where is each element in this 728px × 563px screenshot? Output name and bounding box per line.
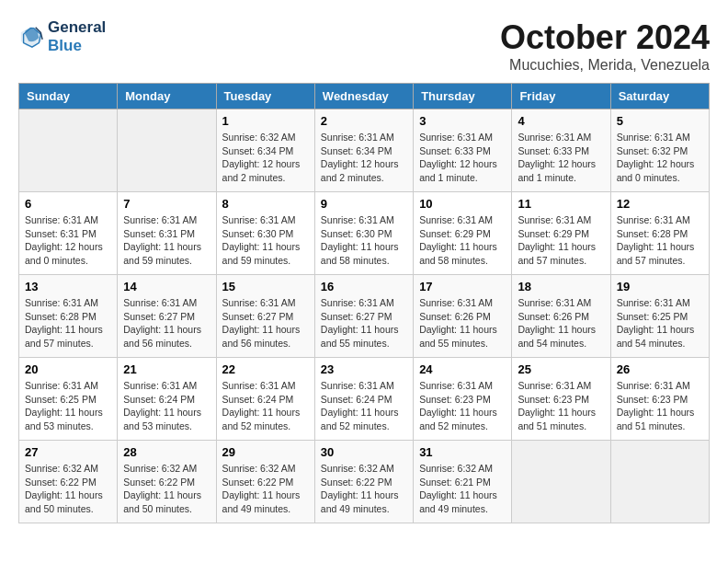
calendar-cell: 1Sunrise: 6:32 AM Sunset: 6:34 PM Daylig…	[216, 109, 314, 192]
day-info: Sunrise: 6:31 AM Sunset: 6:24 PM Dayligh…	[321, 379, 407, 433]
calendar-cell: 13Sunrise: 6:31 AM Sunset: 6:28 PM Dayli…	[19, 275, 118, 358]
day-number: 15	[222, 280, 309, 293]
weekday-header-sunday: Sunday	[19, 84, 118, 109]
weekday-header-tuesday: Tuesday	[216, 84, 314, 109]
calendar-cell: 6Sunrise: 6:31 AM Sunset: 6:31 PM Daylig…	[19, 192, 118, 275]
day-number: 13	[25, 280, 111, 293]
day-number: 9	[321, 197, 407, 211]
month-title: October 2024	[500, 18, 710, 57]
calendar-cell: 27Sunrise: 6:32 AM Sunset: 6:22 PM Dayli…	[19, 441, 118, 523]
calendar-cell: 18Sunrise: 6:31 AM Sunset: 6:26 PM Dayli…	[512, 275, 610, 358]
calendar-cell: 21Sunrise: 6:31 AM Sunset: 6:24 PM Dayli…	[118, 358, 216, 441]
day-number: 4	[518, 114, 604, 128]
day-number: 12	[617, 197, 703, 211]
calendar-cell: 2Sunrise: 6:31 AM Sunset: 6:34 PM Daylig…	[314, 109, 413, 192]
calendar-cell: 25Sunrise: 6:31 AM Sunset: 6:23 PM Dayli…	[512, 358, 610, 441]
weekday-header-row: SundayMondayTuesdayWednesdayThursdayFrid…	[19, 84, 710, 109]
day-number: 2	[321, 114, 407, 128]
day-info: Sunrise: 6:31 AM Sunset: 6:29 PM Dayligh…	[518, 213, 604, 268]
calendar-cell	[19, 109, 118, 192]
calendar-cell: 15Sunrise: 6:31 AM Sunset: 6:27 PM Dayli…	[216, 275, 314, 358]
day-info: Sunrise: 6:31 AM Sunset: 6:28 PM Dayligh…	[617, 213, 703, 268]
calendar-cell: 3Sunrise: 6:31 AM Sunset: 6:33 PM Daylig…	[414, 109, 512, 192]
calendar-cell: 10Sunrise: 6:31 AM Sunset: 6:29 PM Dayli…	[414, 192, 512, 275]
logo: General Blue	[18, 18, 106, 56]
header: General Blue October 2024 Mucuchies, Mer…	[18, 18, 710, 74]
calendar-cell: 28Sunrise: 6:32 AM Sunset: 6:22 PM Dayli…	[118, 441, 216, 523]
day-info: Sunrise: 6:31 AM Sunset: 6:30 PM Dayligh…	[222, 213, 309, 268]
day-info: Sunrise: 6:32 AM Sunset: 6:21 PM Dayligh…	[419, 462, 506, 516]
weekday-header-wednesday: Wednesday	[314, 84, 413, 109]
day-info: Sunrise: 6:31 AM Sunset: 6:24 PM Dayligh…	[123, 379, 210, 433]
title-area: October 2024 Mucuchies, Merida, Venezuel…	[500, 18, 710, 74]
day-info: Sunrise: 6:32 AM Sunset: 6:34 PM Dayligh…	[222, 131, 309, 185]
day-info: Sunrise: 6:31 AM Sunset: 6:27 PM Dayligh…	[123, 296, 210, 350]
day-info: Sunrise: 6:32 AM Sunset: 6:22 PM Dayligh…	[25, 462, 111, 516]
day-number: 28	[123, 445, 210, 459]
calendar-cell: 20Sunrise: 6:31 AM Sunset: 6:25 PM Dayli…	[19, 358, 118, 441]
calendar-cell: 4Sunrise: 6:31 AM Sunset: 6:33 PM Daylig…	[512, 109, 610, 192]
day-info: Sunrise: 6:31 AM Sunset: 6:25 PM Dayligh…	[25, 379, 111, 433]
day-info: Sunrise: 6:31 AM Sunset: 6:31 PM Dayligh…	[25, 213, 111, 268]
day-number: 10	[419, 197, 506, 211]
calendar-cell: 11Sunrise: 6:31 AM Sunset: 6:29 PM Dayli…	[512, 192, 610, 275]
calendar-cell: 26Sunrise: 6:31 AM Sunset: 6:23 PM Dayli…	[610, 358, 709, 441]
calendar-cell: 31Sunrise: 6:32 AM Sunset: 6:21 PM Dayli…	[414, 441, 512, 523]
day-number: 8	[222, 197, 309, 211]
day-number: 22	[222, 362, 309, 376]
day-info: Sunrise: 6:31 AM Sunset: 6:30 PM Dayligh…	[321, 213, 407, 268]
day-number: 11	[518, 197, 604, 211]
day-number: 19	[617, 280, 703, 293]
calendar-cell: 8Sunrise: 6:31 AM Sunset: 6:30 PM Daylig…	[216, 192, 314, 275]
day-number: 27	[25, 445, 111, 459]
day-number: 21	[123, 362, 210, 376]
calendar-cell: 12Sunrise: 6:31 AM Sunset: 6:28 PM Dayli…	[610, 192, 709, 275]
day-number: 29	[222, 445, 309, 459]
calendar-cell: 19Sunrise: 6:31 AM Sunset: 6:25 PM Dayli…	[610, 275, 709, 358]
weekday-header-monday: Monday	[118, 84, 216, 109]
day-number: 17	[419, 280, 506, 293]
day-number: 25	[518, 362, 604, 376]
calendar-cell	[610, 441, 709, 523]
calendar-cell: 16Sunrise: 6:31 AM Sunset: 6:27 PM Dayli…	[314, 275, 413, 358]
day-number: 18	[518, 280, 604, 293]
day-info: Sunrise: 6:31 AM Sunset: 6:24 PM Dayligh…	[222, 379, 309, 433]
weekday-header-thursday: Thursday	[414, 84, 512, 109]
day-info: Sunrise: 6:31 AM Sunset: 6:33 PM Dayligh…	[518, 131, 604, 185]
day-info: Sunrise: 6:31 AM Sunset: 6:32 PM Dayligh…	[617, 131, 703, 185]
calendar-cell: 9Sunrise: 6:31 AM Sunset: 6:30 PM Daylig…	[314, 192, 413, 275]
location-title: Mucuchies, Merida, Venezuela	[500, 57, 710, 74]
day-info: Sunrise: 6:31 AM Sunset: 6:27 PM Dayligh…	[321, 296, 407, 350]
calendar-week-row: 1Sunrise: 6:32 AM Sunset: 6:34 PM Daylig…	[19, 109, 710, 192]
day-number: 3	[419, 114, 506, 128]
day-number: 26	[617, 362, 703, 376]
day-info: Sunrise: 6:31 AM Sunset: 6:27 PM Dayligh…	[222, 296, 309, 350]
calendar-cell: 14Sunrise: 6:31 AM Sunset: 6:27 PM Dayli…	[118, 275, 216, 358]
calendar-cell	[118, 109, 216, 192]
day-info: Sunrise: 6:31 AM Sunset: 6:29 PM Dayligh…	[419, 213, 506, 268]
logo-icon	[18, 24, 44, 50]
day-number: 20	[25, 362, 111, 376]
day-info: Sunrise: 6:31 AM Sunset: 6:26 PM Dayligh…	[419, 296, 506, 350]
day-number: 16	[321, 280, 407, 293]
day-info: Sunrise: 6:31 AM Sunset: 6:23 PM Dayligh…	[518, 379, 604, 433]
calendar-cell: 22Sunrise: 6:31 AM Sunset: 6:24 PM Dayli…	[216, 358, 314, 441]
day-info: Sunrise: 6:32 AM Sunset: 6:22 PM Dayligh…	[222, 462, 309, 516]
calendar-week-row: 27Sunrise: 6:32 AM Sunset: 6:22 PM Dayli…	[19, 441, 710, 523]
day-info: Sunrise: 6:31 AM Sunset: 6:25 PM Dayligh…	[617, 296, 703, 350]
calendar-cell: 30Sunrise: 6:32 AM Sunset: 6:22 PM Dayli…	[314, 441, 413, 523]
day-info: Sunrise: 6:32 AM Sunset: 6:22 PM Dayligh…	[321, 462, 407, 516]
calendar-table: SundayMondayTuesdayWednesdayThursdayFrid…	[18, 83, 710, 523]
weekday-header-friday: Friday	[512, 84, 610, 109]
day-info: Sunrise: 6:32 AM Sunset: 6:22 PM Dayligh…	[123, 462, 210, 516]
calendar-cell: 23Sunrise: 6:31 AM Sunset: 6:24 PM Dayli…	[314, 358, 413, 441]
calendar-cell: 24Sunrise: 6:31 AM Sunset: 6:23 PM Dayli…	[414, 358, 512, 441]
calendar-week-row: 13Sunrise: 6:31 AM Sunset: 6:28 PM Dayli…	[19, 275, 710, 358]
day-number: 31	[419, 445, 506, 459]
day-number: 6	[25, 197, 111, 211]
day-number: 30	[321, 445, 407, 459]
day-info: Sunrise: 6:31 AM Sunset: 6:26 PM Dayligh…	[518, 296, 604, 350]
calendar-cell: 29Sunrise: 6:32 AM Sunset: 6:22 PM Dayli…	[216, 441, 314, 523]
day-info: Sunrise: 6:31 AM Sunset: 6:23 PM Dayligh…	[617, 379, 703, 433]
day-info: Sunrise: 6:31 AM Sunset: 6:23 PM Dayligh…	[419, 379, 506, 433]
